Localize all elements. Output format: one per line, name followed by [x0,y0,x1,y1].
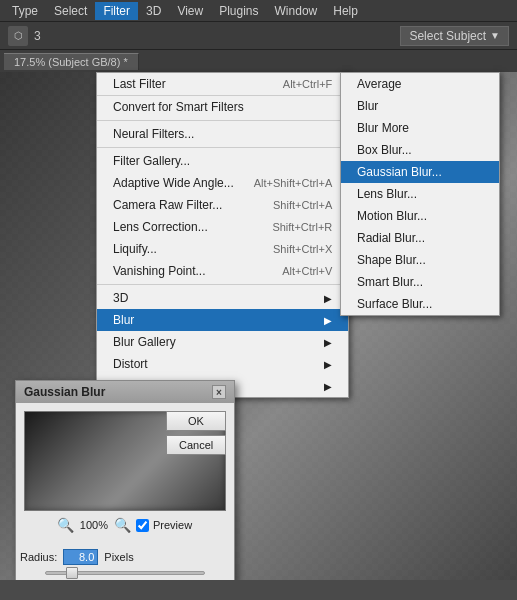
filter-lens-correction[interactable]: Lens Correction... Shift+Ctrl+R [97,216,348,238]
slider-row [16,569,234,580]
filter-liquify[interactable]: Liquify... Shift+Ctrl+X [97,238,348,260]
menu-select[interactable]: Select [46,2,95,20]
pixels-label: Pixels [104,551,133,563]
filter-gallery[interactable]: Filter Gallery... [97,150,348,172]
blur-average[interactable]: Average [341,73,499,95]
submenu-arrow-blur-gallery: ▶ [324,337,332,348]
menu-type[interactable]: Type [4,2,46,20]
submenu-arrow-distort: ▶ [324,359,332,370]
blur-radial-blur[interactable]: Radial Blur... [341,227,499,249]
menu-3d[interactable]: 3D [138,2,169,20]
dialog-body: OK Cancel 🔍 100% 🔍 Preview [16,403,234,549]
submenu-arrow-noise: ▶ [324,381,332,392]
dialog-footer: Radius: Pixels [16,549,234,569]
radius-slider[interactable] [45,571,205,575]
blur-blur[interactable]: Blur [341,95,499,117]
filter-blur[interactable]: Blur ▶ [97,309,348,331]
menu-filter[interactable]: Filter [95,2,138,20]
brush-tool-icon[interactable]: ⬡ [8,26,28,46]
submenu-arrow-blur: ▶ [324,315,332,326]
filter-3d[interactable]: 3D ▶ [97,287,348,309]
blur-motion-blur[interactable]: Motion Blur... [341,205,499,227]
dialog-title: Gaussian Blur [24,385,105,399]
zoom-percentage: 100% [80,519,108,531]
filter-distort[interactable]: Distort ▶ [97,353,348,375]
blur-surface-blur[interactable]: Surface Blur... [341,293,499,315]
menu-bar: Type Select Filter 3D View Plugins Windo… [0,0,517,22]
blur-gaussian-blur[interactable]: Gaussian Blur... [341,161,499,183]
select-subject-arrow-icon: ▼ [490,30,500,41]
filter-section-1: Last Filter Alt+Ctrl+F [97,73,348,96]
canvas-area: 17.5% (Subject GB/8) * Last Filter Alt+C… [0,50,517,580]
dialog-titlebar: Gaussian Blur × [16,381,234,403]
ok-button[interactable]: OK [166,411,226,431]
menu-view[interactable]: View [169,2,211,20]
canvas-tab[interactable]: 17.5% (Subject GB/8) * [4,53,139,70]
menu-window[interactable]: Window [267,2,326,20]
filter-convert-smart[interactable]: Convert for Smart Filters [97,96,348,118]
toolbar: ⬡ 3 Select Subject ▼ [0,22,517,50]
brush-size[interactable]: 3 [34,29,41,43]
preview-controls: 🔍 100% 🔍 Preview [24,517,226,533]
gaussian-blur-dialog: Gaussian Blur × OK Cancel 🔍 100% 🔍 Previ… [15,380,235,580]
preview-checkbox-label[interactable]: Preview [136,519,192,532]
filter-camera-raw[interactable]: Camera Raw Filter... Shift+Ctrl+A [97,194,348,216]
filter-vanishing-point[interactable]: Vanishing Point... Alt+Ctrl+V [97,260,348,282]
radius-input[interactable] [63,549,98,565]
blur-blur-more[interactable]: Blur More [341,117,499,139]
select-subject-button[interactable]: Select Subject ▼ [400,26,509,46]
blur-submenu: Average Blur Blur More Box Blur... Gauss… [340,72,500,316]
tab-bar: 17.5% (Subject GB/8) * [0,50,517,72]
cancel-button[interactable]: Cancel [166,435,226,455]
filter-blur-gallery[interactable]: Blur Gallery ▶ [97,331,348,353]
zoom-out-icon[interactable]: 🔍 [58,517,74,533]
filter-neural[interactable]: Neural Filters... [97,123,348,145]
blur-box-blur[interactable]: Box Blur... [341,139,499,161]
filter-adaptive-wide-angle[interactable]: Adaptive Wide Angle... Alt+Shift+Ctrl+A [97,172,348,194]
blur-smart-blur[interactable]: Smart Blur... [341,271,499,293]
blur-lens-blur[interactable]: Lens Blur... [341,183,499,205]
menu-plugins[interactable]: Plugins [211,2,266,20]
dialog-buttons: OK Cancel [166,411,226,455]
radius-label: Radius: [20,551,57,563]
submenu-arrow-3d: ▶ [324,293,332,304]
blur-shape-blur[interactable]: Shape Blur... [341,249,499,271]
filter-last-filter[interactable]: Last Filter Alt+Ctrl+F [97,73,348,95]
dialog-close-button[interactable]: × [212,385,226,399]
preview-checkbox-input[interactable] [136,519,149,532]
menu-help[interactable]: Help [325,2,366,20]
filter-dropdown-menu: Last Filter Alt+Ctrl+F Convert for Smart… [96,72,349,398]
slider-thumb[interactable] [66,567,78,579]
zoom-in-icon[interactable]: 🔍 [114,517,130,533]
